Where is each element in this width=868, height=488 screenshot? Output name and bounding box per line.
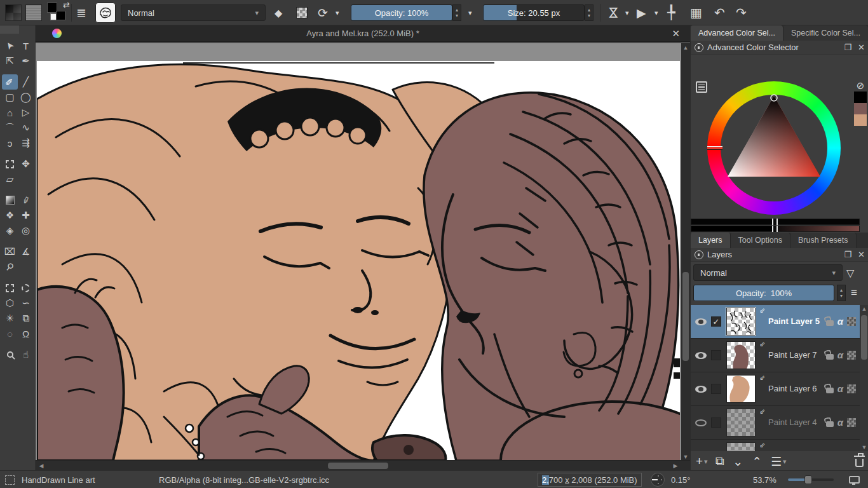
- blending-mode-dropdown[interactable]: Normal ▾: [121, 4, 266, 21]
- scroll-down-icon[interactable]: ▼: [681, 454, 690, 460]
- preserve-alpha-icon[interactable]: [296, 7, 308, 18]
- toolbox-handle[interactable]: [0, 25, 19, 34]
- move-layer-down-button[interactable]: ⌄: [733, 454, 743, 469]
- polygon-tool[interactable]: ⌂: [2, 105, 18, 120]
- layer-opacity-spinner[interactable]: ▴▾: [837, 285, 846, 301]
- scroll-up-icon[interactable]: ▲: [860, 306, 868, 312]
- background-color[interactable]: [56, 11, 65, 20]
- layer-visibility-icon[interactable]: [695, 386, 707, 393]
- playback-dropdown-caret[interactable]: ▾: [654, 0, 658, 25]
- pattern-edit-tool[interactable]: ❖: [2, 208, 18, 223]
- rectangular-selection-tool[interactable]: [2, 280, 18, 295]
- reload-preset-icon[interactable]: ⟳: [318, 0, 328, 25]
- layer-row[interactable]: ⇙ Paint Layer 7 α: [691, 339, 860, 372]
- docker-close-icon[interactable]: ✕: [858, 43, 865, 52]
- layer-lock-icon[interactable]: [826, 421, 834, 427]
- mirror-canvas-icon[interactable]: ⋈: [601, 6, 627, 19]
- layer-alpha-icon[interactable]: α: [837, 316, 843, 327]
- layer-thumbnail[interactable]: [726, 442, 756, 451]
- docker-close-icon[interactable]: ✕: [858, 250, 865, 259]
- tab-advanced-color-selector[interactable]: Advanced Color Sel...: [691, 25, 783, 41]
- move-tool[interactable]: ✥: [18, 156, 34, 172]
- layer-opacity-slider[interactable]: Opacity: 100%: [693, 285, 834, 301]
- layer-alpha-icon[interactable]: α: [837, 349, 843, 360]
- layer-lock-icon[interactable]: [826, 388, 834, 393]
- layer-blending-mode-dropdown[interactable]: Normal ▾: [693, 264, 843, 281]
- rectangle-tool[interactable]: ▢: [2, 90, 18, 105]
- color-sampler-tool[interactable]: ✑: [18, 193, 34, 208]
- enclose-fill-tool[interactable]: ◎: [18, 223, 34, 238]
- transform-tool[interactable]: [2, 156, 18, 172]
- duplicate-layer-button[interactable]: ⧉: [715, 454, 724, 468]
- recent-color-swatch[interactable]: [854, 114, 867, 126]
- workspace-chooser-icon[interactable]: ▦: [690, 0, 702, 25]
- vertical-scroll-thumb[interactable]: [682, 272, 689, 361]
- assistants-tool[interactable]: ⌧: [2, 244, 18, 259]
- gradient-swatch[interactable]: [5, 4, 22, 21]
- opacity-spinner[interactable]: ▴▾: [452, 4, 461, 21]
- layer-name[interactable]: Paint Layer 5: [768, 316, 820, 326]
- no-color-icon[interactable]: ⊘: [857, 80, 865, 92]
- undo-icon[interactable]: ↶: [714, 0, 725, 25]
- saturation-bar[interactable]: [691, 226, 860, 232]
- zoom-slider-handle[interactable]: [804, 475, 812, 484]
- scroll-up-icon[interactable]: ▲: [681, 44, 690, 51]
- dynamic-brush-tool[interactable]: ɔ: [2, 135, 18, 151]
- hsv-triangle[interactable]: [707, 81, 841, 215]
- delete-layer-button[interactable]: [855, 459, 864, 467]
- layer-properties-button[interactable]: ☰: [771, 454, 782, 469]
- layer-thumbnail[interactable]: [726, 308, 756, 336]
- pan-tool[interactable]: ☝: [18, 347, 34, 362]
- text-tool[interactable]: T: [18, 38, 34, 53]
- eraser-mode-icon[interactable]: ◆: [275, 0, 282, 25]
- layer-thumbnail[interactable]: [726, 341, 756, 369]
- layer-inherit-alpha-icon[interactable]: [847, 418, 856, 427]
- canvas-rotation-dial[interactable]: [651, 473, 665, 487]
- layer-visibility-icon[interactable]: [695, 352, 707, 359]
- add-layer-caret[interactable]: ▾: [704, 458, 708, 466]
- zoom-slider[interactable]: [788, 478, 834, 481]
- fit-to-screen-icon[interactable]: [849, 476, 860, 484]
- zoom-tool[interactable]: [2, 347, 18, 362]
- opacity-dropdown-caret[interactable]: ▾: [468, 0, 472, 25]
- add-layer-button[interactable]: +: [696, 454, 703, 468]
- layer-name[interactable]: Paint Layer 4: [768, 417, 817, 427]
- freehand-path-tool[interactable]: ∿: [18, 120, 34, 135]
- pattern-swatch[interactable]: [25, 4, 42, 21]
- freehand-brush-tool[interactable]: ✎: [2, 74, 18, 90]
- horizontal-scroll-thumb[interactable]: [328, 463, 388, 469]
- magnetic-selection-tool[interactable]: Ω: [18, 326, 34, 341]
- layer-visibility-icon[interactable]: [695, 419, 707, 426]
- layer-row[interactable]: ⇙ Paint Layer 6 α: [691, 372, 860, 406]
- scroll-down-icon[interactable]: ▼: [860, 444, 868, 451]
- scroll-right-icon[interactable]: ▶: [671, 463, 680, 469]
- polygonal-selection-tool[interactable]: ⬡: [2, 295, 18, 311]
- canvas-vertical-scrollbar[interactable]: ▲ ▼: [681, 43, 690, 461]
- layer-name[interactable]: Paint Layer 7: [768, 350, 817, 360]
- polyline-tool[interactable]: ▷: [18, 105, 34, 120]
- playback-icon[interactable]: ▶: [637, 0, 646, 25]
- layer-checkbox[interactable]: ✓: [711, 316, 721, 327]
- recent-color-swatch[interactable]: [854, 92, 867, 103]
- layer-row[interactable]: ✓ ⇙ Paint Layer 5 α: [691, 305, 860, 339]
- layer-inherit-alpha-icon[interactable]: [847, 351, 856, 360]
- layer-alpha-icon[interactable]: α: [837, 383, 843, 394]
- color-profile[interactable]: RGB/Alpha (8-bit integ...GB-elle-V2-srgb…: [159, 471, 329, 488]
- reference-images-tool[interactable]: ⚲: [2, 259, 18, 274]
- move-layer-up-button[interactable]: ⌃: [752, 454, 762, 469]
- similar-color-selection-tool[interactable]: ⧉: [18, 311, 34, 326]
- brush-preset-thumbnail[interactable]: [95, 3, 116, 23]
- freehand-selection-tool[interactable]: ∽: [18, 295, 34, 311]
- calligraphy-tool[interactable]: ✒: [18, 53, 34, 69]
- layer-checkbox[interactable]: [711, 417, 721, 428]
- bezier-curve-tool[interactable]: ⌒: [2, 120, 18, 135]
- docker-lock-icon[interactable]: [695, 250, 703, 259]
- swap-colors-icon[interactable]: ⇄: [63, 0, 70, 10]
- layer-list-scrollbar[interactable]: ▲ ▼: [860, 305, 868, 451]
- mirror-dropdown-caret[interactable]: ▾: [625, 0, 629, 25]
- docker-float-icon[interactable]: ❐: [844, 43, 851, 52]
- tab-layers[interactable]: Layers: [691, 233, 731, 248]
- bezier-selection-tool[interactable]: ◌: [2, 326, 18, 341]
- smart-patch-tool[interactable]: ✚: [18, 208, 34, 223]
- tab-specific-color-selector[interactable]: Specific Color Sel...: [783, 25, 868, 41]
